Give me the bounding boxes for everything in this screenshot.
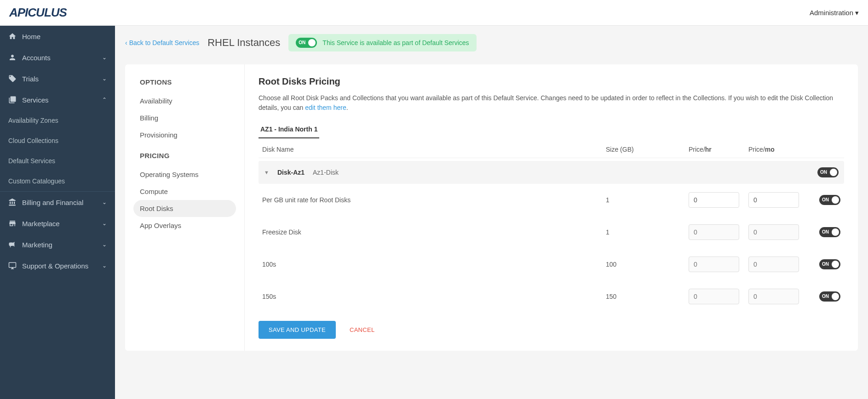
price-mo-input	[748, 224, 799, 240]
status-pill: ON This Service is available as part of …	[288, 34, 476, 51]
price-mo-input	[748, 289, 799, 304]
chevron-up-icon: ⌃	[102, 97, 107, 103]
sidebar-item-marketplace[interactable]: Marketplace ⌄	[0, 213, 115, 234]
col-price-mo: Price/mo	[748, 146, 808, 153]
label: Cloud Collections	[8, 137, 58, 144]
opt-compute[interactable]: Compute	[125, 183, 244, 200]
disk-row: Per GB unit rate for Root Disks1ON	[259, 184, 844, 216]
cancel-button[interactable]: CANCEL	[350, 326, 375, 333]
chevron-down-icon: ⌄	[102, 262, 107, 269]
row-toggle[interactable]: ON	[819, 259, 840, 269]
row-toggle[interactable]: ON	[819, 291, 840, 302]
toggle-on-label: ON	[820, 170, 827, 175]
toggle-label: ON	[299, 40, 305, 45]
save-button[interactable]: SAVE AND UPDATE	[259, 321, 336, 339]
collapse-icon[interactable]: ▼	[264, 170, 269, 175]
col-size: Size (GB)	[606, 146, 689, 153]
opt-root-disks[interactable]: Root Disks	[133, 200, 236, 217]
chevron-down-icon: ⌄	[102, 199, 107, 205]
service-toggle[interactable]: ON	[296, 38, 317, 48]
group-name: Disk-Az1	[277, 169, 305, 176]
row-size: 1	[606, 228, 689, 236]
admin-dropdown[interactable]: Administration ▾	[810, 9, 859, 17]
admin-label: Administration	[810, 9, 853, 17]
price-mo-input[interactable]	[748, 192, 799, 208]
sidebar-item-accounts[interactable]: Accounts ⌄	[0, 47, 115, 68]
toggle-on-label: ON	[822, 197, 829, 202]
home-icon	[8, 32, 17, 40]
edit-here-link[interactable]: edit them here	[305, 104, 346, 111]
price-hr-input	[689, 256, 739, 272]
toggle-knob	[832, 293, 839, 300]
options-header: OPTIONS	[125, 78, 244, 86]
sidebar-item-home[interactable]: Home	[0, 26, 115, 47]
toggle-on-label: ON	[822, 262, 829, 267]
page-title: RHEL Instances	[207, 37, 280, 49]
row-toggle[interactable]: ON	[819, 195, 840, 205]
tab-az1[interactable]: AZ1 - India North 1	[259, 121, 319, 138]
col-disk-name: Disk Name	[262, 146, 606, 153]
opt-provisioning[interactable]: Provisioning	[125, 126, 244, 143]
price-hr-input	[689, 289, 739, 304]
group-toggle[interactable]: ON	[817, 167, 839, 177]
header: APICULUS Administration ▾	[0, 0, 868, 26]
disk-group-row[interactable]: ▼ Disk-Az1 Az1-Disk ON	[259, 161, 844, 184]
chevron-down-icon: ⌄	[102, 75, 107, 82]
label: Services	[22, 96, 49, 104]
sidebar-item-services[interactable]: Services ⌃	[0, 89, 115, 110]
row-size: 150	[606, 293, 689, 300]
sidebar-item-billing-financial[interactable]: Billing and Financial ⌄	[0, 192, 115, 213]
label: Default Services	[8, 157, 55, 165]
detail-description: Choose all Root Disk Packs and Collectio…	[259, 93, 844, 113]
sidebar-item-support-operations[interactable]: Support & Operations ⌄	[0, 255, 115, 276]
sidebar: Home Accounts ⌄ Trials ⌄ Services ⌃ Avai…	[0, 26, 115, 399]
main: ‹ Back to Default Services RHEL Instance…	[115, 26, 868, 399]
caret-down-icon: ▾	[855, 9, 859, 17]
row-name: 100s	[262, 261, 606, 268]
group-desc: Az1-Disk	[313, 169, 339, 176]
opt-availability[interactable]: Availability	[125, 92, 244, 109]
chevron-down-icon: ⌄	[102, 54, 107, 61]
label: Accounts	[22, 54, 51, 62]
opt-operating-systems[interactable]: Operating Systems	[125, 166, 244, 183]
sidebar-item-trials[interactable]: Trials ⌄	[0, 68, 115, 89]
back-link[interactable]: ‹ Back to Default Services	[125, 39, 199, 46]
row-name: Freesize Disk	[262, 228, 606, 236]
store-icon	[8, 219, 17, 228]
col-toggle	[808, 146, 840, 153]
sidebar-item-marketing[interactable]: Marketing ⌄	[0, 234, 115, 255]
chevron-down-icon: ⌄	[102, 241, 107, 248]
layers-icon	[8, 96, 17, 104]
label: Home	[22, 33, 40, 40]
row-toggle[interactable]: ON	[819, 227, 840, 237]
options-panel: OPTIONS Availability Billing Provisionin…	[125, 64, 245, 351]
disk-table: Disk Name Size (GB) Price/hr Price/mo ▼ …	[259, 141, 844, 313]
row-name: 150s	[262, 293, 606, 300]
sidebar-item-custom-catalogues[interactable]: Custom Catalogues	[0, 171, 115, 191]
opt-app-overlays[interactable]: App Overlays	[125, 217, 244, 234]
user-icon	[8, 53, 17, 62]
row-name: Per GB unit rate for Root Disks	[262, 196, 606, 204]
disk-row: 150s150ON	[259, 280, 844, 313]
label: Billing and Financial	[22, 199, 83, 206]
label: Marketplace	[22, 220, 60, 228]
toggle-knob	[832, 228, 839, 236]
price-hr-input[interactable]	[689, 192, 739, 208]
sidebar-item-cloud-collections[interactable]: Cloud Collections	[0, 131, 115, 151]
toggle-on-label: ON	[822, 229, 829, 234]
toggle-on-label: ON	[822, 294, 829, 299]
back-label: Back to Default Services	[129, 39, 200, 46]
label: Custom Catalogues	[8, 177, 65, 185]
pricing-header: PRICING	[125, 152, 244, 160]
toggle-knob	[832, 196, 839, 204]
label: Support & Operations	[22, 262, 88, 270]
bank-icon	[8, 198, 17, 206]
sidebar-item-default-services[interactable]: Default Services	[0, 151, 115, 171]
label: Availability Zones	[8, 117, 58, 124]
table-head: Disk Name Size (GB) Price/hr Price/mo	[259, 141, 844, 158]
row-size: 100	[606, 261, 689, 268]
opt-billing[interactable]: Billing	[125, 109, 244, 126]
sidebar-item-availability-zones[interactable]: Availability Zones	[0, 110, 115, 131]
disk-row: 100s100ON	[259, 248, 844, 280]
price-mo-input	[748, 256, 799, 272]
